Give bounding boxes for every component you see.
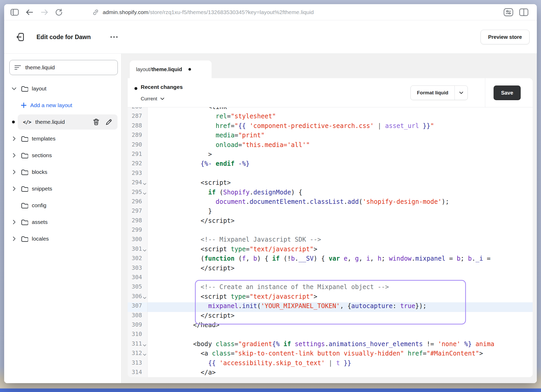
code-line-287[interactable]: rel="stylesheet" (147, 113, 533, 122)
filter-value: theme.liquid (25, 64, 55, 71)
folder-icon (21, 186, 28, 192)
sidebar-item-assets[interactable]: assets (4, 214, 121, 230)
file-label: theme.liquid (35, 119, 65, 125)
sidebar-item-snippets[interactable]: snippets (4, 180, 121, 197)
page-settings-icon[interactable] (503, 8, 513, 16)
chevron-right-icon[interactable] (11, 136, 17, 141)
reload-icon[interactable] (55, 9, 63, 16)
code-line-311[interactable]: <body class="gradient{% if settings.anim… (147, 340, 533, 350)
code-line-289[interactable]: media="print" (147, 132, 533, 141)
fold-chevron-icon[interactable] (143, 249, 146, 252)
chevron-down-icon[interactable] (11, 87, 17, 90)
fold-chevron-icon[interactable] (143, 192, 146, 195)
code-line-290[interactable]: onload="this.media='all'" (147, 141, 533, 151)
sidebar-item-templates[interactable]: templates (4, 130, 121, 147)
recent-changes-title: Recent changes (141, 84, 183, 90)
sidebar-item-blocks[interactable]: blocks (4, 164, 121, 180)
code-line-309[interactable]: </head> (147, 321, 533, 331)
rename-file-button[interactable] (105, 119, 112, 126)
code-line-307[interactable]: mixpanel.init('YOUR_MIXPANEL_TOKEN', {au… (147, 302, 533, 312)
code-line-288[interactable]: href="{{ 'component-predictive-search.cs… (147, 122, 533, 132)
sidebar-item-locales[interactable]: locales (4, 230, 121, 247)
version-dropdown[interactable]: Current (141, 96, 164, 102)
back-icon[interactable] (26, 9, 33, 15)
fold-chevron-icon[interactable] (143, 344, 146, 347)
gutter-line-314: 314 (128, 369, 147, 377)
code-line-299[interactable] (147, 226, 533, 236)
gutter-line-301: 301 (128, 246, 147, 255)
gutter-line-311: 311 (128, 340, 147, 350)
code-line-313[interactable]: {{ 'accessibility.skip_to_text' | t }} (147, 359, 533, 369)
code-line-302[interactable]: (function (f, b) { if (!b.__SV) { var e,… (147, 255, 533, 264)
sidebar-item-config[interactable]: config (4, 197, 121, 214)
gutter-line-298: 298 (128, 217, 147, 226)
format-options-chevron[interactable] (454, 86, 468, 100)
tab-theme-liquid[interactable]: layout/theme.liquid (130, 60, 212, 78)
sidebar-item-sections[interactable]: sections (4, 147, 121, 164)
chevron-right-icon[interactable] (11, 220, 17, 224)
file-sidebar: theme.liquid layoutAdd a new layout</>th… (4, 54, 121, 383)
folder-icon (21, 236, 28, 242)
fold-chevron-icon[interactable] (143, 354, 146, 356)
page-title: Edit code for Dawn (36, 33, 91, 40)
editor-card: Recent changes Current Format liquid (128, 78, 533, 377)
code-line-314[interactable]: </a> (147, 369, 533, 377)
format-liquid-label[interactable]: Format liquid (411, 86, 454, 100)
more-options-icon[interactable] (108, 34, 120, 40)
code-line-303[interactable]: </script> (147, 265, 533, 274)
content-area: theme.liquid layoutAdd a new layout</>th… (4, 54, 537, 383)
fold-chevron-icon[interactable] (143, 183, 146, 185)
code-line-292[interactable]: {%- endif -%} (147, 160, 533, 169)
code-viewport[interactable]: <link rel="stylesheet" href="{{ 'compone… (147, 107, 533, 377)
split-view-icon[interactable] (519, 8, 528, 16)
folder-label: templates (32, 136, 56, 142)
sidebar-item-layout[interactable]: layout (4, 80, 121, 97)
code-line-297[interactable]: } (147, 207, 533, 217)
forward-icon[interactable] (41, 9, 48, 15)
file-filter-input[interactable]: theme.liquid (9, 60, 118, 75)
delete-file-button[interactable] (93, 118, 100, 126)
code-line-295[interactable]: if (Shopify.designMode) { (147, 189, 533, 198)
fold-chevron-icon[interactable] (143, 297, 146, 299)
code-line-308[interactable]: </script> (147, 312, 533, 321)
code-editor[interactable]: 2862872882892902912922932942952962972982… (128, 107, 533, 377)
plus-icon (21, 102, 27, 108)
code-line-304[interactable] (147, 274, 533, 283)
sidebar-item-theme-liquid-selected[interactable]: </>theme.liquid (4, 114, 121, 130)
code-line-306[interactable]: <script type="text/javascript"> (147, 293, 533, 302)
gutter-line-292: 292 (128, 160, 147, 169)
code-line-296[interactable]: document.documentElement.classList.add('… (147, 198, 533, 207)
sidebar-toggle-icon[interactable] (10, 9, 19, 16)
exit-editor-icon[interactable] (15, 31, 26, 43)
preview-store-button[interactable]: Preview store (481, 30, 530, 44)
code-line-286[interactable]: <link (147, 107, 533, 113)
gutter-line-302: 302 (128, 255, 147, 264)
save-button[interactable]: Save (494, 85, 521, 100)
gutter-line-293: 293 (128, 170, 147, 179)
plus-icon (21, 102, 27, 108)
format-liquid-button[interactable]: Format liquid (410, 85, 468, 100)
code-line-298[interactable]: </script> (147, 217, 533, 226)
chevron-right-icon[interactable] (11, 153, 17, 158)
code-line-310[interactable] (147, 331, 533, 340)
code-line-301[interactable]: <script type="text/javascript"> (147, 246, 533, 255)
address-bar[interactable]: admin.shopify.com/store/rzq1xu-f5/themes… (92, 4, 314, 20)
tab-unsaved-dot (188, 68, 191, 71)
folder-label: layout (32, 85, 46, 92)
gutter-line-307: 307 (128, 302, 147, 312)
chevron-right-icon[interactable] (11, 170, 17, 174)
line-number-gutter: 2862872882892902912922932942952962972982… (128, 107, 147, 377)
add-new-layout-button[interactable]: Add a new layout (4, 97, 121, 114)
code-line-291[interactable]: > (147, 151, 533, 160)
selected-file-row[interactable]: </>theme.liquid (18, 114, 118, 130)
browser-toolbar: admin.shopify.com/store/rzq1xu-f5/themes… (4, 4, 537, 20)
filter-icon (14, 65, 21, 70)
chevron-right-icon[interactable] (11, 236, 17, 241)
chevron-right-icon (13, 136, 16, 141)
code-line-300[interactable]: <!-- Mixpanel Javascript SDK --> (147, 236, 533, 245)
chevron-right-icon[interactable] (11, 186, 17, 191)
code-line-293[interactable] (147, 170, 533, 179)
code-line-305[interactable]: <!-- Create an instance of the Mixpanel … (147, 283, 533, 293)
code-line-294[interactable]: <script> (147, 179, 533, 188)
code-line-312[interactable]: <a class="skip-to-content-link button vi… (147, 350, 533, 359)
